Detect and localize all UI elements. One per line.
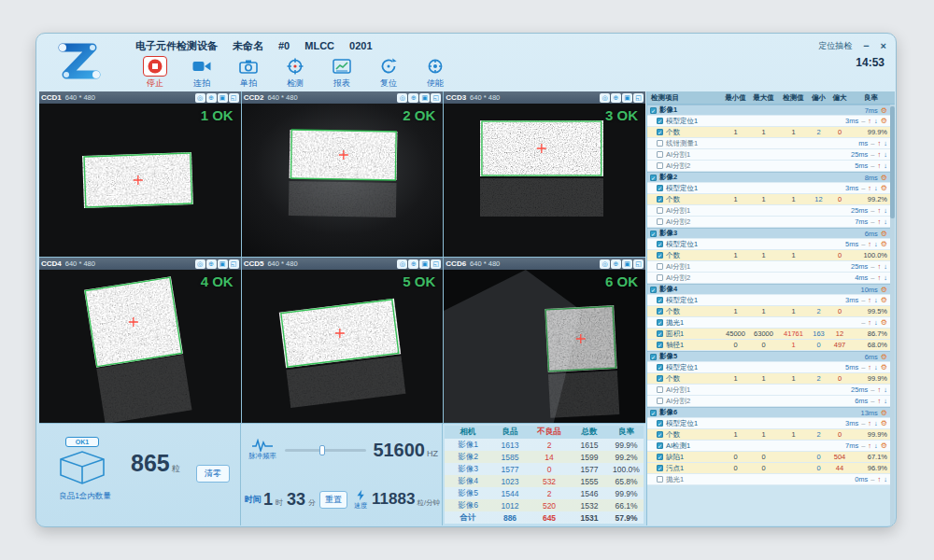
arrow-up-icon[interactable]: ↑ <box>878 475 882 483</box>
row-checkbox[interactable]: ✓ <box>657 129 663 135</box>
inspection-group-row[interactable]: ✓影像56ms⚙ <box>647 351 895 362</box>
arrow-down-icon[interactable]: ↓ <box>874 318 878 327</box>
row-checkbox[interactable]: ✓ <box>657 375 663 382</box>
minus-icon[interactable]: – <box>870 161 874 170</box>
arrow-up-icon[interactable]: ↑ <box>868 441 871 450</box>
arrow-down-icon[interactable]: ↓ <box>884 161 887 170</box>
settings-gear-icon[interactable]: ⚙ <box>881 117 887 125</box>
inspection-row[interactable]: ✓个数1110100.0% <box>647 250 895 261</box>
inspection-row[interactable]: ✓缺陷100050467.1% <box>647 452 895 463</box>
inspection-row[interactable]: AI分割125ms–↑↓ <box>647 261 895 273</box>
clear-button[interactable]: 清零 <box>196 465 230 483</box>
minus-icon[interactable]: – <box>861 296 865 304</box>
inspection-row[interactable]: ✓模型定位15ms–↑↓⚙ <box>647 362 895 373</box>
inspection-group-row[interactable]: ✓影像410ms⚙ <box>647 284 895 295</box>
crosshair-icon[interactable]: ◎ <box>600 259 610 269</box>
inspection-row[interactable]: AI分割125ms–↑↓ <box>647 385 895 396</box>
minus-icon[interactable]: – <box>870 397 874 405</box>
settings-gear-icon[interactable]: ⚙ <box>881 174 887 182</box>
arrow-up-icon[interactable]: ↑ <box>878 139 882 147</box>
reset-button[interactable]: 复位 <box>369 56 408 90</box>
row-checkbox[interactable]: ✓ <box>650 287 657 293</box>
arrow-down-icon[interactable]: ↓ <box>884 150 887 159</box>
minus-icon[interactable]: – <box>861 184 865 192</box>
row-checkbox[interactable] <box>657 386 663 393</box>
minus-icon[interactable]: – <box>861 117 865 125</box>
expand-icon[interactable]: ◱ <box>431 259 441 269</box>
arrow-up-icon[interactable]: ↑ <box>878 397 882 405</box>
inspection-row[interactable]: AI分割24ms–↑↓ <box>647 273 895 284</box>
zoom-in-icon[interactable]: ⊕ <box>611 259 621 269</box>
row-checkbox[interactable] <box>657 476 663 483</box>
crosshair-icon[interactable]: ◎ <box>195 93 205 103</box>
arrow-down-icon[interactable]: ↓ <box>884 206 887 215</box>
inspection-group-row[interactable]: ✓影像28ms⚙ <box>647 172 895 183</box>
zoom-in-icon[interactable]: ⊕ <box>611 93 621 103</box>
row-checkbox[interactable]: ✓ <box>657 420 663 427</box>
expand-icon[interactable]: ◱ <box>431 93 441 103</box>
row-checkbox[interactable]: ✓ <box>650 231 657 237</box>
row-checkbox[interactable] <box>657 151 663 158</box>
inspection-row[interactable]: AI分割27ms–↑↓ <box>647 217 895 228</box>
row-checkbox[interactable]: ✓ <box>657 454 663 460</box>
row-checkbox[interactable]: ✓ <box>657 118 663 124</box>
arrow-up-icon[interactable]: ↑ <box>868 240 871 248</box>
arrow-up-icon[interactable]: ↑ <box>878 161 882 170</box>
inspection-row[interactable]: ✓轴径1001049768.0% <box>647 340 895 351</box>
row-checkbox[interactable]: ✓ <box>650 354 657 360</box>
row-checkbox[interactable] <box>657 398 663 404</box>
inspection-row[interactable]: ✓模型定位13ms–↑↓⚙ <box>647 418 895 429</box>
arrow-down-icon[interactable]: ↓ <box>874 184 878 192</box>
enable-button[interactable]: 使能 <box>416 56 455 90</box>
inspection-group-row[interactable]: ✓影像17ms⚙ <box>647 105 895 116</box>
arrow-down-icon[interactable]: ↓ <box>874 419 878 427</box>
row-checkbox[interactable]: ✓ <box>657 330 663 337</box>
arrow-up-icon[interactable]: ↑ <box>868 419 871 427</box>
single-shoot-button[interactable]: 单拍 <box>229 56 268 90</box>
row-checkbox[interactable]: ✓ <box>657 297 663 303</box>
inspection-row[interactable]: ✓个数1112099.5% <box>647 306 895 317</box>
inspection-row[interactable]: ✓模型定位13ms–↑↓⚙ <box>647 183 895 194</box>
close-button[interactable]: × <box>881 40 886 51</box>
row-checkbox[interactable]: ✓ <box>657 465 663 471</box>
settings-gear-icon[interactable]: ⚙ <box>881 296 887 304</box>
continuous-shoot-button[interactable]: 连拍 <box>182 56 221 90</box>
row-checkbox[interactable]: ✓ <box>657 442 663 449</box>
arrow-down-icon[interactable]: ↓ <box>874 240 878 248</box>
minus-icon[interactable]: – <box>870 206 874 215</box>
arrow-up-icon[interactable]: ↑ <box>878 385 882 394</box>
inspection-row[interactable]: 抛光10ms–↑↓ <box>647 474 895 485</box>
arrow-down-icon[interactable]: ↓ <box>884 262 887 271</box>
settings-gear-icon[interactable]: ⚙ <box>881 230 887 238</box>
arrow-down-icon[interactable]: ↓ <box>884 273 887 282</box>
inspection-row[interactable]: ✓面积14500063000417611631286.7% <box>647 329 895 340</box>
arrow-down-icon[interactable]: ↓ <box>874 363 878 371</box>
inspection-row[interactable]: ✓个数11112099.2% <box>647 194 895 205</box>
settings-gear-icon[interactable]: ⚙ <box>881 441 887 450</box>
minus-icon[interactable]: – <box>861 419 865 427</box>
row-checkbox[interactable] <box>657 218 663 225</box>
minimize-button[interactable]: − <box>863 40 869 51</box>
inspection-row[interactable]: AI分割125ms–↑↓ <box>647 205 895 217</box>
arrow-down-icon[interactable]: ↓ <box>884 397 887 405</box>
report-button[interactable]: 报表 <box>322 56 361 90</box>
settings-gear-icon[interactable]: ⚙ <box>881 419 887 427</box>
zoom-in-icon[interactable]: ⊕ <box>408 259 418 269</box>
minus-icon[interactable]: – <box>870 475 874 483</box>
minus-icon[interactable]: – <box>870 139 874 147</box>
arrow-up-icon[interactable]: ↑ <box>878 262 882 271</box>
inspection-row[interactable]: AI分割26ms–↑↓ <box>647 396 895 407</box>
settings-gear-icon[interactable]: ⚙ <box>881 409 887 417</box>
grid-icon[interactable]: ▣ <box>622 259 632 269</box>
arrow-up-icon[interactable]: ↑ <box>878 150 882 159</box>
settings-gear-icon[interactable]: ⚙ <box>881 353 887 361</box>
minus-icon[interactable]: – <box>861 363 865 371</box>
grid-icon[interactable]: ▣ <box>218 93 228 103</box>
row-checkbox[interactable]: ✓ <box>650 175 657 181</box>
inspection-row[interactable]: AI分割25ms–↑↓ <box>647 161 895 172</box>
grid-icon[interactable]: ▣ <box>419 259 430 269</box>
grid-icon[interactable]: ▣ <box>218 259 228 269</box>
inspection-row[interactable]: ✓污点10004496.9% <box>647 463 895 474</box>
row-checkbox[interactable]: ✓ <box>650 410 657 416</box>
crosshair-icon[interactable]: ◎ <box>397 93 407 103</box>
